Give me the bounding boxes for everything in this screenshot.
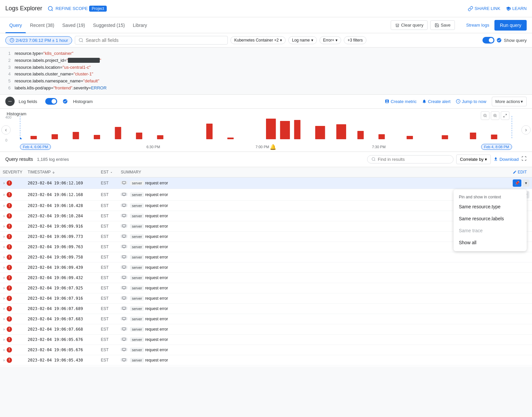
expand-row-button[interactable]: ›: [3, 347, 5, 353]
expand-row-button[interactable]: ›: [3, 326, 5, 332]
table-row[interactable]: › ! 2023-02-04 19:06:07.668 EST server r…: [0, 324, 532, 334]
expand-row-button[interactable]: ›: [3, 264, 5, 270]
tab-saved[interactable]: Saved (19): [58, 17, 89, 33]
more-actions-button[interactable]: More actions ▾: [492, 97, 527, 106]
expand-row-button[interactable]: ›: [3, 316, 5, 322]
logname-filter-chip[interactable]: Log name ▾: [288, 36, 317, 44]
expand-row-button[interactable]: ›: [3, 337, 5, 343]
histogram-toggle[interactable]: [45, 98, 57, 105]
refine-scope-button[interactable]: REFINE SCOPE: [48, 6, 88, 12]
expand-row-button[interactable]: ›: [3, 213, 5, 219]
find-in-results-box[interactable]: [367, 155, 454, 163]
summary-server-icon: [121, 338, 127, 341]
tab-suggested[interactable]: Suggested (15): [89, 17, 129, 33]
create-alert-button[interactable]: Create alert: [422, 99, 451, 104]
expand-row-button[interactable]: ›: [3, 234, 5, 240]
expand-row-button[interactable]: ›: [3, 306, 5, 312]
cell-summary: server request error: [118, 252, 510, 262]
save-button[interactable]: Save: [430, 20, 455, 30]
table-row[interactable]: › ! 2023-02-04 19:06:09.758 EST server r…: [0, 252, 532, 262]
stream-logs-button[interactable]: Stream logs: [458, 21, 492, 30]
table-row[interactable]: › ! 2023-02-04 19:06:09.432 EST server r…: [0, 272, 532, 283]
server-tag: server: [130, 265, 144, 270]
context-menu-same-resource-labels[interactable]: Same resource.labels: [454, 213, 527, 225]
svg-rect-18: [31, 136, 37, 139]
show-query-toggle[interactable]: [482, 37, 494, 44]
show-query-toggle-group: Show query: [482, 37, 527, 44]
cell-actions: [510, 345, 532, 355]
run-query-button[interactable]: Run query: [494, 20, 527, 31]
context-menu-show-all[interactable]: Show all: [454, 237, 527, 249]
jump-to-now-button[interactable]: Jump to now: [456, 99, 486, 104]
time-range-button[interactable]: 2/4/23 7:06:12 PM ± 1 hour: [5, 36, 72, 45]
edit-columns-button[interactable]: EDIT: [513, 170, 527, 174]
expand-row-button[interactable]: ›: [3, 275, 5, 281]
expand-row-button[interactable]: ›: [3, 254, 5, 260]
pin-button[interactable]: 📌: [513, 179, 521, 187]
learn-button[interactable]: LEARN: [506, 6, 527, 11]
svg-rect-21: [94, 135, 100, 139]
context-menu-same-resource-type[interactable]: Same resource.type: [454, 201, 527, 213]
download-label: Download: [499, 157, 519, 162]
more-filters-chip[interactable]: +3 filters: [344, 36, 366, 44]
col-header-timestamp[interactable]: TIMESTAMP: [25, 167, 98, 177]
est-chevron[interactable]: [110, 171, 113, 174]
svg-rect-35: [442, 135, 448, 139]
table-row[interactable]: › ! 2023-02-04 19:06:09.439 EST server r…: [0, 262, 532, 272]
line-num-4: 4: [5, 71, 11, 78]
create-metric-button[interactable]: Create metric: [385, 99, 417, 104]
expand-row-button[interactable]: ›: [3, 357, 5, 363]
minus-icon: [8, 99, 12, 104]
share-link-button[interactable]: SHARE LINK: [468, 6, 500, 11]
expand-row-button[interactable]: ›: [3, 203, 5, 209]
table-row[interactable]: › ! 2023-02-04 19:06:07.683 EST server r…: [0, 314, 532, 324]
context-menu: Pin and show in context Same resource.ty…: [454, 189, 527, 251]
search-box[interactable]: [75, 36, 228, 45]
expand-row-button[interactable]: ›: [3, 180, 5, 186]
resource-filter-chip[interactable]: Kubernetes Container +2 ▾: [230, 36, 286, 44]
filter-toolbar: 2/4/23 7:06:12 PM ± 1 hour Kubernetes Co…: [0, 33, 532, 48]
table-row[interactable]: › ! 2023-02-04 19:06:09.763 EST server r…: [0, 242, 532, 252]
tab-recent[interactable]: Recent (38): [26, 17, 58, 33]
tab-library[interactable]: Library: [129, 17, 151, 33]
severity-indicator: !: [7, 347, 12, 353]
table-row[interactable]: › ! 2023-02-04 19:06:12.169 EST server r…: [0, 177, 532, 189]
search-input[interactable]: [86, 38, 224, 43]
cell-actions: [510, 324, 532, 334]
table-row[interactable]: › ! 2023-02-04 19:06:12.168 EST server r…: [0, 189, 532, 200]
table-row[interactable]: › ! 2023-02-04 19:06:04.675 EST server r…: [0, 365, 532, 366]
severity-filter-chip[interactable]: Error+ ▾: [320, 36, 341, 44]
severity-indicator: !: [7, 316, 12, 322]
tab-query[interactable]: Query: [5, 17, 26, 33]
expand-row-button[interactable]: ›: [3, 192, 5, 198]
expand-row-button[interactable]: ›: [3, 223, 5, 229]
histogram-nav-right[interactable]: ›: [521, 125, 531, 135]
find-input[interactable]: [378, 157, 449, 162]
table-row[interactable]: › ! 2023-02-04 19:06:10.284 EST server r…: [0, 211, 532, 221]
query-editor[interactable]: 1resource.type="k8s_container" 2resource…: [0, 48, 532, 95]
svg-rect-31: [336, 124, 346, 139]
svg-rect-44: [122, 193, 126, 195]
table-row[interactable]: › ! 2023-02-04 19:06:09.773 EST server r…: [0, 231, 532, 242]
table-row[interactable]: › ! 2023-02-04 19:06:05.676 EST server r…: [0, 334, 532, 345]
correlate-by-button[interactable]: Correlate by ▾: [456, 155, 491, 164]
table-row[interactable]: › ! 2023-02-04 19:06:10.428 EST server r…: [0, 200, 532, 211]
table-row[interactable]: › ! 2023-02-04 19:06:05.430 EST server r…: [0, 355, 532, 365]
create-metric-icon: [385, 99, 389, 104]
expand-row-button[interactable]: ›: [3, 285, 5, 291]
log-fields-toggle[interactable]: [5, 97, 15, 106]
expand-row-button[interactable]: ›: [3, 244, 5, 250]
download-button[interactable]: Download: [493, 157, 519, 162]
clear-query-button[interactable]: Clear query: [391, 20, 428, 30]
table-row[interactable]: › ! 2023-02-04 19:06:05.676 EST server r…: [0, 345, 532, 355]
results-toolbar: Query results 1,185 log entries Correlat…: [0, 152, 532, 167]
expand-row-button[interactable]: ›: [3, 295, 5, 301]
table-row[interactable]: › ! 2023-02-04 19:06:07.925 EST server r…: [0, 283, 532, 293]
fullscreen-button[interactable]: [521, 156, 527, 163]
svg-rect-74: [122, 297, 126, 299]
table-row[interactable]: › ! 2023-02-04 19:06:09.916 EST server r…: [0, 221, 532, 231]
expand-dropdown-button[interactable]: ▾: [523, 179, 529, 187]
table-row[interactable]: › ! 2023-02-04 19:06:07.916 EST server r…: [0, 293, 532, 303]
table-row[interactable]: › ! 2023-02-04 19:06:07.689 EST server r…: [0, 303, 532, 314]
histogram-nav-left[interactable]: ‹: [1, 125, 11, 135]
